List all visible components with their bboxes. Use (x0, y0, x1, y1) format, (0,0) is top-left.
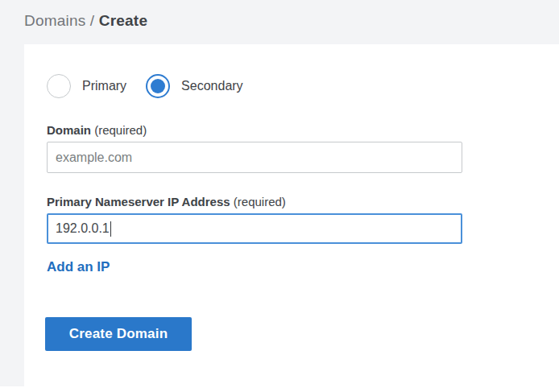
ip-field-label: Primary Nameserver IP Address (required) (47, 195, 559, 208)
domain-label-text: Domain (47, 123, 91, 137)
breadcrumb-create: Create (99, 12, 147, 29)
ip-input-value: 192.0.0.1 (56, 221, 110, 236)
radio-primary-unselected-icon[interactable] (47, 74, 71, 98)
ip-input[interactable]: 192.0.0.1 (47, 213, 462, 244)
ip-label-text: Primary Nameserver IP Address (47, 195, 230, 208)
radio-option-secondary[interactable]: Secondary (146, 74, 253, 98)
radio-dot (151, 79, 165, 93)
domain-field-label: Domain (required) (47, 123, 559, 137)
domain-required-note: (required) (94, 123, 147, 137)
breadcrumb: Domains / Create (24, 12, 559, 30)
page: Domains / Create Primary Secondary Domai… (0, 0, 559, 392)
zone-type-radio-group: Primary Secondary (47, 74, 559, 98)
create-domain-button[interactable]: Create Domain (45, 317, 192, 351)
create-domain-form-panel: Primary Secondary Domain (required) exam… (24, 44, 559, 392)
domain-input-value: example.com (56, 151, 132, 165)
add-ip-link[interactable]: Add an IP (47, 259, 110, 275)
left-gutter (0, 44, 24, 386)
ip-required-note: (required) (234, 195, 286, 208)
text-caret (110, 221, 111, 237)
radio-option-primary[interactable]: Primary (47, 74, 136, 98)
radio-secondary-label: Secondary (181, 79, 243, 93)
radio-secondary-selected-icon[interactable] (146, 74, 170, 98)
breadcrumb-domains[interactable]: Domains / (24, 12, 94, 29)
page-header: Domains / Create (0, 0, 559, 44)
domain-input[interactable]: example.com (47, 142, 462, 173)
radio-primary-label: Primary (82, 79, 126, 93)
